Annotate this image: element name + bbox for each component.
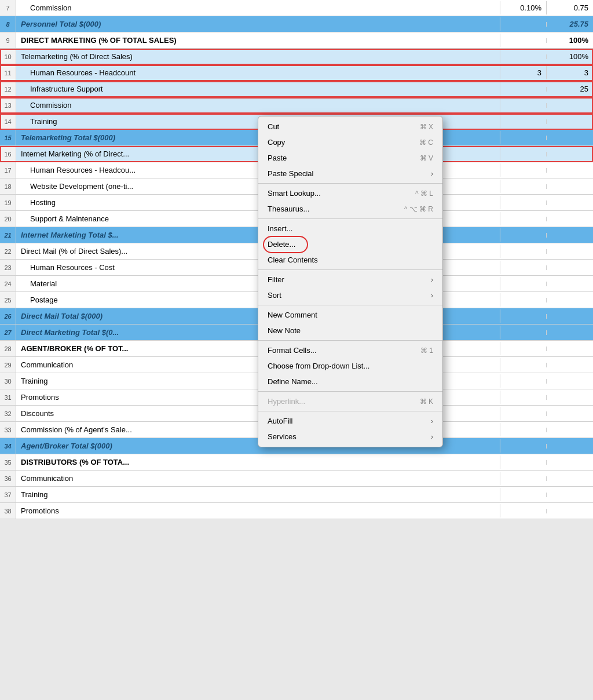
cell-value1[interactable] [500, 395, 547, 400]
menu-item-paste[interactable]: Paste⌘ V [258, 150, 442, 166]
table-row[interactable]: 10Telemarketing (% of Direct Sales)100% [0, 49, 593, 65]
cell-value2[interactable] [547, 411, 593, 416]
cell-label[interactable]: Commission [16, 1, 500, 14]
cell-label[interactable]: Personnel Total $(000) [16, 17, 500, 31]
cell-value2[interactable] [547, 509, 593, 513]
table-row[interactable]: 13Commission [0, 97, 593, 114]
cell-value2[interactable] [547, 363, 593, 367]
cell-value2[interactable] [547, 298, 593, 302]
cell-value1[interactable] [500, 87, 547, 92]
cell-label[interactable]: Communication [16, 472, 500, 485]
cell-value2[interactable] [547, 103, 593, 108]
cell-value2[interactable] [547, 200, 593, 205]
cell-value1[interactable] [500, 509, 547, 513]
cell-value1[interactable] [500, 22, 547, 27]
cell-value1[interactable] [500, 217, 547, 221]
cell-value2[interactable]: 25 [547, 82, 593, 96]
cell-label[interactable]: Human Resources - Headcount [16, 66, 500, 79]
menu-item-clear-contents[interactable]: Clear Contents [258, 252, 442, 268]
cell-value2[interactable] [547, 265, 593, 270]
cell-value2[interactable]: 3 [547, 66, 593, 79]
menu-item-format-cells---[interactable]: Format Cells...⌘ 1 [258, 342, 442, 358]
cell-value1[interactable] [500, 493, 547, 497]
cell-value1[interactable] [500, 103, 547, 108]
cell-value1[interactable] [500, 119, 547, 124]
cell-value2[interactable]: 100% [547, 50, 593, 63]
table-row[interactable]: 12Infrastructure Support25 [0, 81, 593, 97]
menu-item-hyperlink---[interactable]: Hyperlink...⌘ K [258, 393, 442, 409]
menu-item-define-name---[interactable]: Define Name... [258, 374, 442, 389]
cell-value1[interactable] [500, 298, 547, 302]
cell-value2[interactable] [547, 476, 593, 481]
cell-label[interactable]: DIRECT MARKETING (% OF TOTAL SALES) [16, 34, 500, 47]
cell-value2[interactable] [547, 460, 593, 465]
menu-item-delete---[interactable]: Delete... [258, 236, 442, 252]
menu-item-services[interactable]: Services› [258, 429, 442, 444]
menu-item-copy[interactable]: Copy⌘ C [258, 134, 442, 150]
cell-value1[interactable] [500, 330, 547, 335]
table-row[interactable]: 11Human Resources - Headcount33 [0, 65, 593, 81]
cell-value1[interactable] [500, 38, 547, 43]
table-row[interactable]: 35DISTRIBUTORS (% OF TOTA... [0, 454, 593, 471]
cell-value2[interactable] [547, 184, 593, 189]
cell-value1[interactable] [500, 347, 547, 351]
cell-value1[interactable] [500, 314, 547, 319]
menu-item-cut[interactable]: Cut⌘ X [258, 119, 442, 134]
cell-value2[interactable] [547, 444, 593, 449]
cell-value1[interactable] [500, 476, 547, 481]
cell-value2[interactable] [547, 119, 593, 124]
cell-value2[interactable] [547, 330, 593, 335]
cell-value1[interactable]: 0.10% [500, 1, 547, 14]
menu-item-autofill[interactable]: AutoFill› [258, 413, 442, 429]
cell-value2[interactable]: 100% [547, 34, 593, 47]
cell-value2[interactable] [547, 168, 593, 173]
cell-value2[interactable] [547, 493, 593, 497]
menu-item-paste-special[interactable]: Paste Special› [258, 166, 442, 181]
context-menu[interactable]: Cut⌘ XCopy⌘ CPaste⌘ VPaste Special›Smart… [258, 116, 443, 447]
cell-value1[interactable] [500, 233, 547, 238]
cell-label[interactable]: DISTRIBUTORS (% OF TOTA... [16, 455, 500, 469]
cell-value2[interactable] [547, 136, 593, 140]
menu-item-new-comment[interactable]: New Comment [258, 307, 442, 323]
cell-value2[interactable] [547, 314, 593, 319]
cell-value1[interactable] [500, 411, 547, 416]
cell-value2[interactable] [547, 282, 593, 286]
cell-value1[interactable] [500, 363, 547, 367]
cell-value1[interactable] [500, 200, 547, 205]
table-row[interactable]: 8Personnel Total $(000)25.75 [0, 16, 593, 32]
cell-value1[interactable] [500, 428, 547, 432]
cell-value1[interactable] [500, 444, 547, 449]
cell-value1[interactable] [500, 136, 547, 140]
cell-value1[interactable] [500, 152, 547, 156]
cell-value1[interactable] [500, 168, 547, 173]
cell-value1[interactable] [500, 54, 547, 59]
menu-item-sort[interactable]: Sort› [258, 287, 442, 303]
menu-item-smart-lookup---[interactable]: Smart Lookup...^ ⌘ L [258, 185, 442, 201]
cell-value1[interactable] [500, 249, 547, 254]
menu-item-insert---[interactable]: Insert... [258, 221, 442, 236]
cell-value1[interactable] [500, 265, 547, 270]
table-row[interactable]: 37Training [0, 487, 593, 503]
cell-value1[interactable]: 3 [500, 66, 547, 79]
cell-value2[interactable] [547, 379, 593, 384]
cell-value2[interactable] [547, 233, 593, 238]
cell-value1[interactable] [500, 379, 547, 384]
cell-label[interactable]: Commission [16, 99, 500, 112]
cell-value2[interactable]: 25.75 [547, 17, 593, 31]
cell-value2[interactable] [547, 249, 593, 254]
cell-label[interactable]: Infrastructure Support [16, 82, 500, 96]
cell-label[interactable]: Promotions [16, 504, 500, 517]
menu-item-choose-from-drop-down-list---[interactable]: Choose from Drop-down List... [258, 358, 442, 374]
cell-value1[interactable] [500, 460, 547, 465]
menu-item-thesaurus---[interactable]: Thesaurus...^ ⌥ ⌘ R [258, 201, 442, 217]
cell-value2[interactable] [547, 217, 593, 221]
table-row[interactable]: 36Communication [0, 471, 593, 487]
cell-value2[interactable] [547, 347, 593, 351]
cell-value2[interactable] [547, 152, 593, 156]
menu-item-filter[interactable]: Filter› [258, 272, 442, 287]
cell-value1[interactable] [500, 282, 547, 286]
table-row[interactable]: 7Commission0.10%0.75 [0, 0, 593, 16]
cell-value2[interactable] [547, 428, 593, 432]
cell-label[interactable]: Telemarketing (% of Direct Sales) [16, 50, 500, 63]
menu-item-new-note[interactable]: New Note [258, 323, 442, 338]
